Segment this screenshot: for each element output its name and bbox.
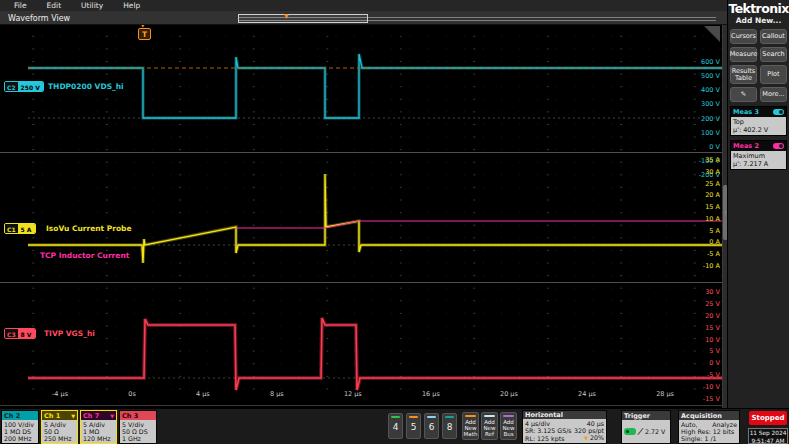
channel-8-label: 8	[447, 422, 453, 432]
meas2-title: Meas 2	[733, 142, 759, 150]
ch1-name: Ch 1	[44, 412, 60, 420]
label-c7[interactable]: TCP Inductor Current	[40, 251, 129, 260]
meas3-toggle[interactable]	[773, 109, 784, 115]
channel-pill-c3[interactable]: C3 8 V	[4, 328, 36, 339]
label-c3[interactable]: TIVP VGS_hi	[44, 329, 95, 338]
acq-single: Single: 1 /1	[681, 435, 737, 442]
axis-tick-label: -10 V	[703, 383, 720, 391]
add-bus-label: Add New Bus	[503, 419, 515, 437]
trigger-badge[interactable]: Trigger / 2.72 V	[621, 410, 671, 444]
tab-waveform-view[interactable]: Waveform View	[8, 14, 70, 23]
menu-item[interactable]: File	[14, 1, 27, 10]
horizontal-title: Horizontal	[525, 411, 563, 419]
axis-tick-label: 400 V	[701, 86, 720, 94]
ch1-badge[interactable]: Ch 1 ▼ 5 A/div 50 Ω 250 MHz	[41, 410, 78, 444]
channel-5-button[interactable]: 5	[406, 413, 421, 439]
meas2-type: Maximum	[733, 152, 784, 160]
ch2-badge[interactable]: Ch 2 100 V/div 1 MΩ DS 200 MHz	[1, 410, 39, 444]
meas2-badge[interactable]: Meas 2 Maximum µ': 7.217 A	[730, 140, 787, 170]
trigger-position-pct: 20%	[590, 434, 604, 441]
rising-edge-icon: /	[637, 428, 643, 435]
meas2-value: µ': 7.217 A	[733, 160, 784, 168]
menu-item[interactable]: Utility	[81, 1, 103, 10]
meas2-toggle[interactable]	[773, 143, 784, 149]
right-panel: Tektronix Add New... Cursors Callout Mea…	[727, 0, 789, 444]
label-c1[interactable]: IsoVu Current Probe	[46, 224, 132, 233]
axis-tick-label: 20 V	[705, 312, 720, 320]
axis-tick-label: 0 A	[709, 238, 720, 246]
axis-tick-label: 20 A	[705, 191, 720, 199]
ch7-offset-arrow-icon: ▼	[110, 413, 114, 419]
menu-item[interactable]: Help	[123, 1, 140, 10]
ch2-name: Ch 2	[4, 412, 20, 420]
channel-id: C1	[5, 224, 18, 233]
channel-8-button[interactable]: 8	[442, 413, 457, 439]
axis-tick-label: 100 V	[701, 129, 720, 137]
ch7-badge[interactable]: Ch 7 ▼ 5 A/div 1 MΩ 120 MHz	[80, 410, 117, 444]
add-new-math-button[interactable]: Add New Math	[462, 412, 479, 440]
axis-tick-label: 25 A	[705, 180, 720, 188]
pan-zoom-window[interactable]	[238, 14, 368, 23]
measure-button[interactable]: Measure	[730, 47, 757, 62]
axis-tick-label: 300 V	[701, 100, 720, 108]
sample-rate: SR: 3.125 GS/s	[525, 427, 572, 434]
ch1-offset-arrow-icon: ▼	[71, 413, 75, 419]
channel-pill-c1[interactable]: C1 5 A	[4, 223, 36, 234]
horizontal-badge[interactable]: Horizontal 4 µs/div 40 µs SR: 3.125 GS/s…	[522, 410, 607, 444]
add-new-ref-button[interactable]: Add New Ref	[481, 412, 498, 440]
channel-id: C2	[5, 82, 18, 91]
tektronix-logo: Tektronix	[728, 0, 789, 16]
ch7-bandwidth: 120 MHz	[83, 435, 114, 442]
acquisition-badge[interactable]: Acquisition Auto, Analyze High Res: 12 b…	[678, 410, 740, 444]
add-new-bus-button[interactable]: Add New Bus	[500, 412, 517, 440]
callout-button[interactable]: Callout	[760, 29, 787, 44]
ch7-scale: 5 A/div	[83, 421, 114, 428]
pencil-icon: ✎	[741, 91, 746, 98]
axis-tick-label: 5 V	[709, 347, 720, 355]
waveform-view[interactable]: 600 V500 V400 V300 V200 V100 V0 V-100 V-…	[0, 25, 727, 408]
meas3-type: Top	[733, 118, 784, 126]
channel-5-label: 5	[411, 422, 417, 432]
trigger-position-marker[interactable]: T	[138, 28, 151, 40]
axis-tick-label: 600 V	[701, 58, 720, 66]
results-table-button[interactable]: Results Table	[730, 65, 757, 84]
bottom-bar: Ch 2 100 V/div 1 MΩ DS 200 MHz Ch 1 ▼ 5 …	[0, 408, 789, 444]
corner-resize-icon[interactable]	[704, 26, 720, 42]
plot-button[interactable]: Plot	[760, 65, 787, 84]
ch3-badge[interactable]: Ch 3 5 V/div 50 Ω DS 1 GHz	[119, 410, 157, 444]
channel-4-button[interactable]: 4	[388, 413, 403, 439]
add-new-label: Add New...	[728, 16, 789, 25]
ch3-termination: 50 Ω DS	[122, 428, 154, 435]
record-length: RL: 125 kpts	[525, 435, 564, 442]
pan-trigger-marker-icon: ▼	[284, 12, 289, 19]
ch3-bandwidth: 1 GHz	[122, 435, 154, 442]
trigger-pos-icon: ▼	[584, 435, 588, 441]
axis-tick-label: 10 V	[705, 336, 720, 344]
label-c2[interactable]: THDP0200 VDS_hi	[48, 82, 124, 91]
axis-tick-label: 5 A	[709, 227, 720, 235]
channel-scale: 5 A	[18, 224, 35, 233]
add-ref-label: Add New Ref	[484, 419, 496, 437]
search-button[interactable]: Search	[760, 47, 787, 62]
ch2-scale: 100 V/div	[4, 421, 36, 428]
more-button[interactable]: More...	[760, 87, 787, 102]
stopped-indicator[interactable]: Stopped	[749, 411, 787, 425]
horizontal-span: 40 µs	[587, 420, 604, 427]
tab-bar: Waveform View ▼	[0, 11, 727, 25]
axis-c3-volts: 30 V25 V20 V15 V10 V5 V0 V-5 V-10 V-15 V	[694, 288, 720, 403]
axis-tick-label: 0 V	[709, 143, 720, 151]
axis-tick-label: 15 A	[705, 203, 720, 211]
acq-analyze: Analyze	[712, 421, 737, 428]
menu-item[interactable]: Edit	[47, 1, 62, 10]
channel-scale: 8 V	[18, 329, 35, 338]
channel-pill-c2[interactable]: C2 250 V	[4, 81, 44, 92]
meas3-badge[interactable]: Meas 3 Top µ': 402.2 V	[730, 106, 787, 136]
ch7-name: Ch 7	[83, 412, 99, 420]
ch2-bandwidth: 200 MHz	[4, 435, 36, 442]
cursors-button[interactable]: Cursors	[730, 29, 757, 44]
draw-annotation-button[interactable]: ✎	[730, 87, 757, 102]
date-label: 11 Sep 2024	[749, 430, 787, 438]
axis-tick-label: 25 V	[705, 300, 720, 308]
ch3-name: Ch 3	[122, 412, 138, 420]
channel-6-button[interactable]: 6	[424, 413, 439, 439]
